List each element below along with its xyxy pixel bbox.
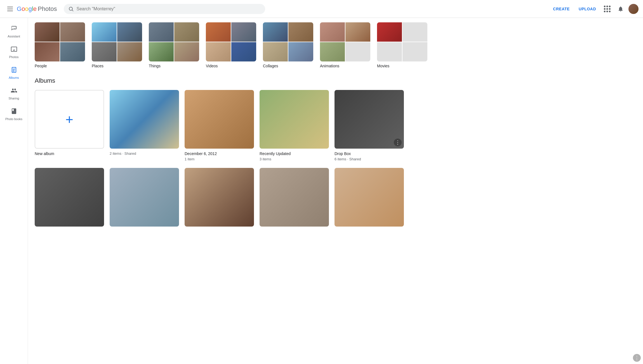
people-cell-1 [35,22,60,42]
category-videos[interactable]: Videos [206,22,256,68]
album-item-1[interactable]: 2 items · Shared [110,90,179,161]
album-item-b5[interactable]: ⋮ [335,168,404,227]
category-people-grid [35,22,85,61]
app-logo: Google Photos [17,5,57,13]
sidebar-item-assistant[interactable]: Assistant [1,22,27,41]
album-meta-dropbox: 6 items · Shared [335,157,404,161]
main-content: People Places Th [28,18,643,364]
category-videos-name: Videos [206,64,256,68]
menu-icon-line3 [7,11,13,11]
header-actions: CREATE UPLOAD [550,3,639,15]
plus-icon: + [65,112,73,127]
album-cover-1 [110,90,179,149]
avatar[interactable] [628,4,639,14]
logo-photos-text: Photos [38,5,57,13]
things-cell-1 [149,22,174,42]
album-meta-1: 2 items · Shared [110,151,179,156]
category-places-grid [92,22,142,61]
collages-cell-1 [263,22,288,42]
album-title-dec2012: December 6, 2012 [185,151,254,156]
logo-google-text: Google [17,5,37,13]
apps-icon [604,6,611,12]
anim-cell-4 [345,42,370,61]
apps-button[interactable] [602,3,613,15]
category-places-name: Places [92,64,142,68]
category-people-name: People [35,64,85,68]
upload-button[interactable]: UPLOAD [575,4,599,13]
assistant-label: Assistant [8,35,20,38]
places-cell-1 [92,22,117,42]
create-button[interactable]: CREATE [550,4,573,13]
sharing-label: Sharing [9,97,19,100]
category-videos-grid [206,22,256,61]
sidebar-item-sharing[interactable]: Sharing [1,84,27,103]
sidebar-item-albums[interactable]: Albums [1,63,27,83]
category-movies[interactable]: Movies [377,22,427,68]
album-cover-b1 [35,168,104,227]
album-item-dropbox[interactable]: ⋮ Drop Box 6 items · Shared [335,90,404,161]
anim-cell-2 [345,22,370,42]
videos-cell-3 [206,42,231,61]
notifications-button[interactable] [615,3,626,15]
albums-grid: + New album 2 items · Shared December 6,… [35,90,636,161]
main-layout: Assistant Photos Albums [0,18,643,364]
category-animations-grid [320,22,370,61]
menu-icon-line1 [7,7,13,7]
album-cover-dec2012 [185,90,254,149]
photos-label: Photos [9,55,18,59]
collages-cell-4 [288,42,313,61]
movies-cell-2 [402,22,427,42]
search-icon [68,6,74,12]
new-album-item[interactable]: + New album [35,90,104,161]
categories-section: People Places Th [35,22,636,68]
things-cell-4 [174,42,199,61]
places-cell-3 [92,42,117,61]
albums-row-2: ⋮ [35,168,636,227]
category-collages-grid [263,22,313,61]
album-item-b4[interactable] [260,168,329,227]
album-cover-b5: ⋮ [335,168,404,227]
album-item-dec2012[interactable]: December 6, 2012 1 item [185,90,254,161]
sidebar: Assistant Photos Albums [0,18,28,364]
people-cell-3 [35,42,60,61]
category-collages[interactable]: Collages [263,22,313,68]
assistant-icon [11,25,17,34]
category-places[interactable]: Places [92,22,142,68]
three-dots-icon[interactable]: ⋮ [394,139,402,146]
movies-cell-1 [377,22,402,42]
sidebar-item-photobooks[interactable]: Photo books [1,104,27,124]
search-input[interactable] [77,6,261,11]
album-item-b3[interactable] [185,168,254,227]
movies-cell-3 [377,42,402,61]
category-collages-name: Collages [263,64,313,68]
new-album-title: New album [35,151,104,156]
category-movies-name: Movies [377,64,427,68]
bell-icon [618,6,624,12]
album-item-recently-updated[interactable]: Recently Updated 3 items [260,90,329,161]
album-cover-b2 [110,168,179,227]
albums-icon [11,66,17,75]
places-cell-4 [117,42,142,61]
album-cover-recently-updated [260,90,329,149]
category-things-name: Things [149,64,199,68]
category-people[interactable]: People [35,22,85,68]
album-meta-recently-updated: 3 items [260,157,329,161]
photobooks-label: Photo books [5,117,22,121]
album-meta-dec2012: 1 item [185,157,254,161]
anim-cell-3 [320,42,345,61]
albums-label: Albums [9,76,19,79]
sidebar-item-photos[interactable]: Photos [1,42,27,62]
album-item-b2[interactable] [110,168,179,227]
photos-icon [11,46,17,54]
menu-button[interactable] [4,3,16,15]
album-title-dropbox: Drop Box [335,151,404,156]
collages-cell-3 [263,42,288,61]
category-animations[interactable]: Animations [320,22,370,68]
photobooks-icon [11,108,17,116]
album-item-b1[interactable] [35,168,104,227]
header: Google Photos CREATE UPLOAD [0,0,643,18]
anim-cell-1 [320,22,345,42]
menu-icon-line2 [7,9,13,9]
videos-cell-2 [231,22,256,42]
category-things[interactable]: Things [149,22,199,68]
